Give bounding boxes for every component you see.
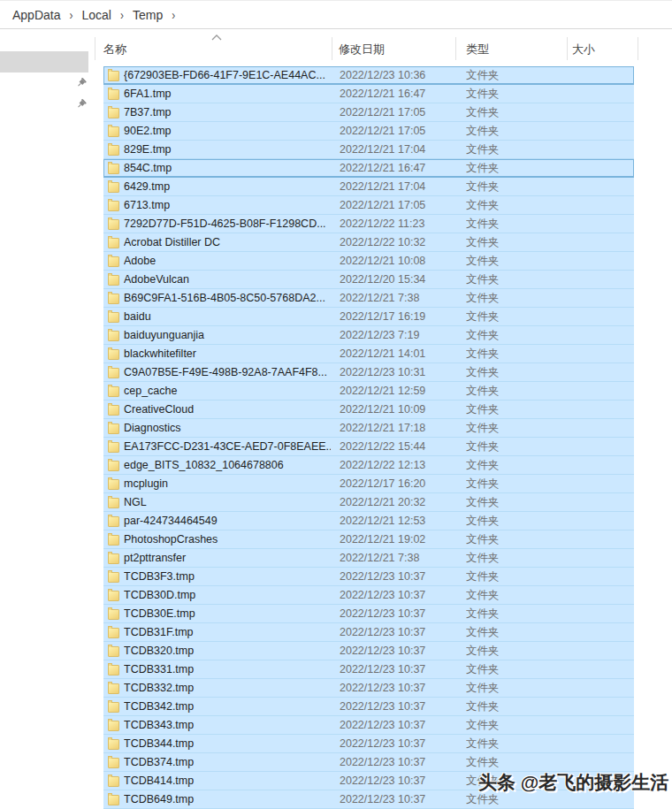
file-row[interactable]: TCDB30D.tmp 2022/12/23 10:37 文件夹 bbox=[103, 586, 634, 605]
file-row[interactable]: Acrobat Distiller DC 2022/12/22 10:32 文件… bbox=[103, 233, 634, 252]
file-row[interactable]: TCDB342.tmp 2022/12/23 10:37 文件夹 bbox=[103, 698, 634, 716]
file-name: TCDB30D.tmp bbox=[124, 586, 331, 604]
file-row[interactable]: PhotoshopCrashes 2022/12/21 19:02 文件夹 bbox=[103, 530, 634, 549]
file-size bbox=[567, 642, 629, 660]
file-row[interactable]: baiduyunguanjia 2022/12/23 7:19 文件夹 bbox=[103, 326, 634, 345]
file-row[interactable]: TCDB343.tmp 2022/12/23 10:37 文件夹 bbox=[103, 716, 634, 735]
file-date-modified: 2022/12/21 20:32 bbox=[340, 493, 454, 511]
file-row[interactable]: B69C9FA1-516B-4B05-8C50-5768DA2... 2022/… bbox=[103, 289, 634, 308]
breadcrumb-chevron-icon[interactable]: › bbox=[63, 7, 79, 21]
folder-icon bbox=[108, 442, 119, 453]
file-row[interactable]: TCDB374.tmp 2022/12/23 10:37 文件夹 bbox=[103, 753, 634, 772]
folder-icon bbox=[108, 256, 119, 267]
file-size bbox=[567, 623, 629, 641]
file-type: 文件夹 bbox=[466, 66, 563, 84]
breadcrumb-item-appdata[interactable]: AppData bbox=[10, 6, 63, 24]
file-row[interactable]: TCDB331.tmp 2022/12/23 10:37 文件夹 bbox=[103, 660, 634, 679]
column-header-type[interactable]: 类型 bbox=[466, 42, 489, 57]
file-size bbox=[567, 493, 629, 511]
file-name: TCDB31F.tmp bbox=[124, 623, 331, 641]
file-row[interactable]: 6713.tmp 2022/12/21 17:05 文件夹 bbox=[103, 196, 634, 215]
column-divider[interactable] bbox=[567, 37, 568, 60]
file-row[interactable]: TCDB30E.tmp 2022/12/23 10:37 文件夹 bbox=[103, 605, 634, 623]
file-date-modified: 2022/12/22 15:44 bbox=[340, 438, 454, 455]
column-divider[interactable] bbox=[638, 37, 638, 60]
column-header-size[interactable]: 大小 bbox=[572, 42, 595, 57]
file-type: 文件夹 bbox=[466, 196, 563, 214]
file-row[interactable]: baidu 2022/12/17 16:19 文件夹 bbox=[103, 308, 634, 326]
file-size bbox=[567, 735, 629, 752]
file-date-modified: 2022/12/21 17:05 bbox=[340, 196, 454, 214]
column-header-name[interactable]: 名称 bbox=[103, 42, 126, 57]
file-name: EA173FCC-D231-43CE-AED7-0F8EAEE... bbox=[124, 438, 331, 455]
file-name: TCDB374.tmp bbox=[124, 753, 331, 771]
breadcrumb-item-temp[interactable]: Temp bbox=[130, 6, 165, 24]
file-row[interactable]: NGL 2022/12/21 20:32 文件夹 bbox=[103, 493, 634, 512]
file-row[interactable]: 90E2.tmp 2022/12/21 17:05 文件夹 bbox=[103, 122, 634, 141]
file-size bbox=[567, 233, 629, 251]
file-date-modified: 2022/12/21 7:38 bbox=[340, 289, 454, 307]
file-row[interactable]: Diagnostics 2022/12/21 17:18 文件夹 bbox=[103, 419, 634, 438]
file-row[interactable]: TCDB332.tmp 2022/12/23 10:37 文件夹 bbox=[103, 679, 634, 698]
breadcrumb-chevron-icon[interactable]: › bbox=[165, 7, 181, 21]
breadcrumb: AppData›Local›Temp› bbox=[0, 0, 672, 29]
file-name: cep_cache bbox=[124, 382, 331, 400]
file-date-modified: 2022/12/17 16:19 bbox=[340, 308, 454, 325]
column-divider[interactable] bbox=[455, 37, 456, 60]
column-header-bar: 名称 修改日期 类型 大小 bbox=[0, 37, 672, 60]
file-row[interactable]: C9A07B5E-F49E-498B-92A8-7AAF4F8... 2022/… bbox=[103, 363, 634, 382]
file-row[interactable]: pt2pttransfer 2022/12/21 7:38 文件夹 bbox=[103, 549, 634, 568]
file-row[interactable]: Adobe 2022/12/21 10:08 文件夹 bbox=[103, 252, 634, 271]
folder-icon bbox=[108, 461, 119, 471]
navigation-pane bbox=[0, 30, 92, 809]
file-row[interactable]: TCDB344.tmp 2022/12/23 10:37 文件夹 bbox=[103, 735, 634, 753]
file-name: TCDB414.tmp bbox=[124, 772, 331, 790]
file-name: edge_BITS_10832_1064678806 bbox=[124, 456, 331, 474]
file-row[interactable]: TCDB3F3.tmp 2022/12/23 10:37 文件夹 bbox=[103, 568, 634, 586]
file-date-modified: 2022/12/21 7:38 bbox=[340, 549, 454, 567]
column-divider[interactable] bbox=[332, 37, 332, 60]
column-header-date-modified[interactable]: 修改日期 bbox=[339, 42, 385, 57]
file-row[interactable]: blackwhitefilter 2022/12/21 14:01 文件夹 bbox=[103, 345, 634, 363]
file-size bbox=[567, 178, 629, 195]
file-row[interactable]: cep_cache 2022/12/21 12:59 文件夹 bbox=[103, 382, 634, 401]
file-row[interactable]: 829E.tmp 2022/12/21 17:04 文件夹 bbox=[103, 141, 634, 159]
column-divider[interactable] bbox=[95, 37, 95, 60]
file-row[interactable]: EA173FCC-D231-43CE-AED7-0F8EAEE... 2022/… bbox=[103, 438, 634, 456]
file-row[interactable]: AdobeVulcan 2022/12/20 15:34 文件夹 bbox=[103, 271, 634, 289]
file-row[interactable]: {672903EB-FD66-41F7-9E1C-AE44AC... 2022/… bbox=[103, 66, 634, 85]
file-row[interactable]: 7292D77D-F51D-4625-B08F-F1298CD... 2022/… bbox=[103, 215, 634, 233]
breadcrumb-chevron-icon[interactable]: › bbox=[114, 7, 130, 21]
file-size bbox=[567, 512, 629, 530]
folder-icon bbox=[108, 721, 119, 731]
file-size bbox=[567, 698, 629, 715]
file-name: PhotoshopCrashes bbox=[124, 530, 331, 548]
file-date-modified: 2022/12/23 10:37 bbox=[340, 698, 454, 715]
file-row[interactable]: edge_BITS_10832_1064678806 2022/12/22 12… bbox=[103, 456, 634, 475]
file-row[interactable]: TCDB320.tmp 2022/12/23 10:37 文件夹 bbox=[103, 642, 634, 660]
file-type: 文件夹 bbox=[466, 345, 563, 363]
file-row[interactable]: par-424734464549 2022/12/21 12:53 文件夹 bbox=[103, 512, 634, 530]
file-type: 文件夹 bbox=[466, 605, 563, 622]
file-row[interactable]: 7B37.tmp 2022/12/21 17:05 文件夹 bbox=[103, 103, 634, 122]
file-name: Acrobat Distiller DC bbox=[124, 233, 331, 251]
file-size bbox=[567, 345, 629, 363]
file-size bbox=[567, 85, 629, 103]
file-size bbox=[567, 716, 629, 734]
folder-icon bbox=[108, 108, 119, 118]
breadcrumb-item-local[interactable]: Local bbox=[79, 6, 113, 24]
folder-icon bbox=[108, 535, 119, 546]
file-row[interactable]: mcplugin 2022/12/17 16:20 文件夹 bbox=[103, 475, 634, 493]
file-type: 文件夹 bbox=[466, 363, 563, 381]
file-date-modified: 2022/12/21 16:47 bbox=[340, 85, 454, 103]
file-name: TCDB320.tmp bbox=[124, 642, 331, 660]
file-row[interactable]: 854C.tmp 2022/12/21 16:47 文件夹 bbox=[103, 159, 634, 178]
file-row[interactable]: 6429.tmp 2022/12/21 17:04 文件夹 bbox=[103, 178, 634, 196]
file-type: 文件夹 bbox=[466, 271, 563, 288]
file-row[interactable]: CreativeCloud 2022/12/21 10:09 文件夹 bbox=[103, 401, 634, 419]
file-row[interactable]: TCDB31F.tmp 2022/12/23 10:37 文件夹 bbox=[103, 623, 634, 642]
file-row[interactable]: 6FA1.tmp 2022/12/21 16:47 文件夹 bbox=[103, 85, 634, 103]
file-date-modified: 2022/12/23 10:37 bbox=[340, 568, 454, 585]
file-name: Diagnostics bbox=[124, 419, 331, 437]
folder-icon bbox=[108, 238, 119, 248]
